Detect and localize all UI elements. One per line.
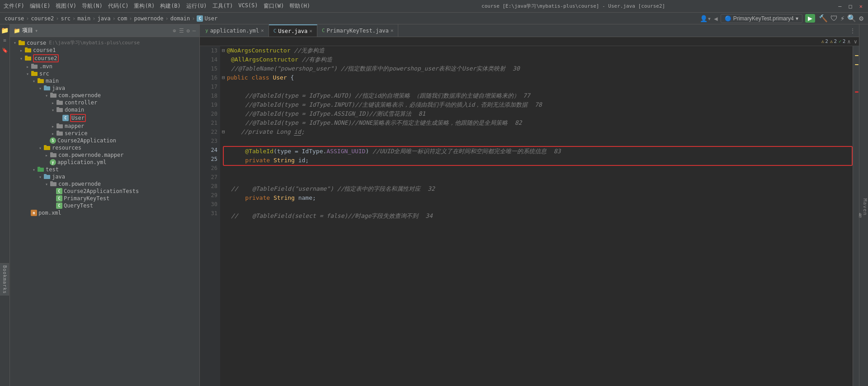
tab-user-java[interactable]: C User.java ✕ <box>269 24 317 37</box>
bookmarks-tab[interactable]: Bookmarks <box>0 263 9 296</box>
bc-item-src[interactable]: src <box>61 15 71 22</box>
tree-item-pom-xml[interactable]: m pom.xml <box>10 209 199 217</box>
maximize-button[interactable]: □ <box>847 3 854 9</box>
tree-item-course2apptests[interactable]: C Course2ApplicationTests <box>10 188 199 195</box>
expand-arrow-com-powernode-mapper[interactable] <box>43 153 50 158</box>
menu-window[interactable]: 窗口(W) <box>264 2 284 10</box>
expand-arrow-course[interactable] <box>12 40 18 45</box>
tree-item-src[interactable]: src <box>10 70 199 77</box>
expand-arrow-resources[interactable] <box>37 146 43 151</box>
close-tab-user-java[interactable]: ✕ <box>309 28 312 34</box>
menu-refactor[interactable]: 重构(R) <box>134 2 155 10</box>
tab-primarykeytest-java[interactable]: C PrimaryKeyTest.java ✕ <box>317 24 399 37</box>
menu-tools[interactable]: 工具(T) <box>212 2 233 10</box>
settings-button[interactable]: ⚙ <box>859 14 863 23</box>
bookmark-icon[interactable]: 🔖 <box>1 46 9 54</box>
expand-arrow-test[interactable] <box>31 167 37 172</box>
expand-arrow-domain[interactable] <box>50 108 56 113</box>
expand-arrow-main[interactable] <box>31 79 37 84</box>
bc-item-main[interactable]: main <box>77 15 90 22</box>
menu-vcs[interactable]: VCS(S) <box>238 2 258 10</box>
comment-tableid-none: //@TableId(type = IdType.NONE)//NONE策略表示… <box>231 118 522 127</box>
search-button[interactable]: 🔍 <box>847 14 856 23</box>
close-button[interactable]: ✕ <box>858 3 864 9</box>
tree-item-querytest[interactable]: C QueryTest <box>10 202 199 209</box>
structure-icon[interactable]: ≡ <box>1 36 9 44</box>
tree-item-application-yml[interactable]: y application.yml <box>10 159 199 166</box>
expand-arrow-test-com-powernode[interactable] <box>43 182 50 187</box>
tree-item-main[interactable]: main <box>10 77 199 85</box>
back-button[interactable]: ◀ <box>714 15 717 22</box>
bc-item-domain[interactable]: domain <box>170 15 190 22</box>
bc-item-course[interactable]: course <box>5 15 24 22</box>
menu-run[interactable]: 运行(U) <box>186 2 207 10</box>
fold-marker-22[interactable]: ⊟ <box>222 127 225 137</box>
tab-application-yml[interactable]: y application.yml ✕ <box>201 24 269 37</box>
tree-item-course2app[interactable]: S Course2Application <box>10 137 199 144</box>
expand-arrow-course1[interactable] <box>18 48 24 53</box>
bc-item-course2[interactable]: course2 <box>31 15 54 22</box>
close-panel-icon[interactable]: — <box>193 28 196 34</box>
tree-item-course1[interactable]: course1 <box>10 47 199 54</box>
gear-icon[interactable]: ⚙ <box>187 28 190 34</box>
expand-warnings-icon[interactable]: ∧ ∨ <box>847 38 857 45</box>
expand-arrow-src[interactable] <box>24 71 31 76</box>
tree-item-controller[interactable]: controller <box>10 99 199 106</box>
menu-view[interactable]: 视图(V) <box>56 2 76 10</box>
bc-item-java[interactable]: java <box>97 15 110 22</box>
tree-item-mapper[interactable]: mapper <box>10 122 199 130</box>
expand-arrow-mapper[interactable] <box>50 124 56 129</box>
tree-item-mvn[interactable]: .mvn <box>10 63 199 70</box>
tree-item-com-powernode-mapper[interactable]: com.powernode.mapper <box>10 151 199 159</box>
collapse-icon[interactable]: ☰ <box>179 28 184 34</box>
tree-item-com-powernode[interactable]: com.powernode <box>10 92 199 99</box>
expand-arrow-service[interactable] <box>50 131 56 136</box>
bc-item-powernode[interactable]: powernode <box>134 15 164 22</box>
menu-edit[interactable]: 编辑(E) <box>30 2 51 10</box>
right-scrollbar[interactable] <box>853 46 859 386</box>
tab-more-button[interactable]: ⋮ <box>847 28 858 34</box>
build-button[interactable]: 🔨 <box>819 14 828 23</box>
menu-file[interactable]: 文件(F) <box>4 2 24 10</box>
menu-build[interactable]: 构建(B) <box>160 2 181 10</box>
expand-arrow-controller[interactable] <box>50 100 56 105</box>
coverage-button[interactable]: 🛡 <box>830 14 838 23</box>
fold-marker-16[interactable]: ⊟ <box>222 73 225 82</box>
profile-button[interactable]: ⚡ <box>840 14 845 23</box>
expand-arrow-test-java[interactable] <box>37 174 43 179</box>
tree-item-domain[interactable]: domain <box>10 106 199 113</box>
tree-item-test-com-powernode[interactable]: com.powernode <box>10 180 199 188</box>
run-button[interactable]: ▶ <box>805 14 815 23</box>
close-tab-primarykeytest-java[interactable]: ✕ <box>391 28 394 33</box>
fold-marker-13[interactable]: ⊟ <box>222 46 225 55</box>
close-tab-application-yml[interactable]: ✕ <box>261 28 264 33</box>
menu-navigate[interactable]: 导航(N) <box>82 2 103 10</box>
menu-help[interactable]: 帮助(H) <box>289 2 310 10</box>
minimize-button[interactable]: — <box>836 3 843 9</box>
bc-item-user[interactable]: User <box>204 15 217 22</box>
expand-arrow-com-powernode[interactable] <box>43 93 50 98</box>
project-tree[interactable]: course E:\java学习\mybatis-plus\course cou… <box>10 37 199 386</box>
expand-arrow-mvn[interactable] <box>24 64 31 69</box>
project-icon[interactable]: 📁 <box>1 26 9 34</box>
menu-bar[interactable]: 文件(F) 编辑(E) 视图(V) 导航(N) 代码(C) 重构(R) 构建(B… <box>4 2 310 10</box>
expand-arrow-java[interactable] <box>37 86 43 91</box>
project-title-dropdown[interactable]: ▾ <box>35 28 38 34</box>
expand-arrow-course2[interactable] <box>18 56 24 61</box>
bc-item-com[interactable]: com <box>118 15 127 22</box>
run-config-dropdown[interactable]: 🔵 PrimaryKeyTest.primary4 ▾ <box>721 14 802 23</box>
menu-code[interactable]: 代码(C) <box>108 2 129 10</box>
tree-item-java[interactable]: java <box>10 85 199 92</box>
tree-item-service[interactable]: service <box>10 130 199 137</box>
maven-label[interactable]: Maven <box>862 198 868 216</box>
tree-item-resources[interactable]: resources <box>10 144 199 151</box>
tree-item-user[interactable]: C User <box>10 113 199 122</box>
sync-icon[interactable]: ⊕ <box>173 28 176 34</box>
tree-item-primarykeytest[interactable]: C PrimaryKeyTest <box>10 195 199 202</box>
code-content[interactable]: ⊟ @NoArgsConstructor //无参构造 @AllArgsCons… <box>220 46 853 386</box>
tree-item-course[interactable]: course E:\java学习\mybatis-plus\course <box>10 39 199 47</box>
tree-item-test-java[interactable]: java <box>10 173 199 180</box>
tree-item-course2[interactable]: course2 <box>10 54 199 63</box>
window-controls[interactable]: — □ ✕ <box>836 3 864 9</box>
tree-item-test[interactable]: test <box>10 166 199 173</box>
